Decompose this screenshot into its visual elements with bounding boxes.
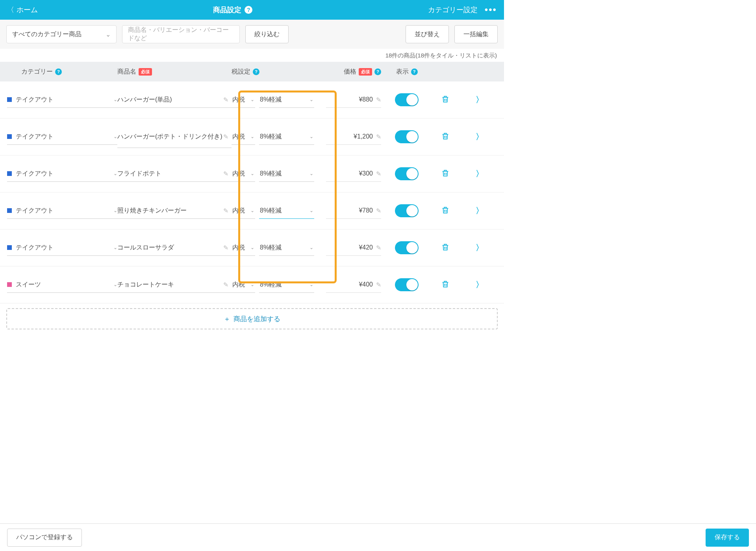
tax-rate-select[interactable]: 8%軽減⌄ (259, 92, 314, 108)
back-button[interactable]: 〈 ホーム (7, 5, 38, 15)
tax-type-select[interactable]: 内税⌄ (232, 203, 255, 219)
product-name-input[interactable]: ハンバーガー(単品)✎ (117, 92, 232, 108)
product-name-input[interactable]: チョコレートケーキ✎ (117, 277, 232, 293)
col-category: カテゴリー (21, 68, 53, 76)
product-name-input[interactable]: 照り焼きチキンバーガー✎ (117, 203, 232, 219)
tax-cell: 内税⌄8%軽減⌄ (232, 166, 326, 182)
chevron-down-icon: ⌄ (250, 245, 254, 250)
chevron-right-icon[interactable]: 〉 (476, 168, 484, 179)
chevron-down-icon: ⌄ (113, 97, 117, 102)
price-value: ¥400 (359, 281, 373, 288)
category-select[interactable]: スイーツ⌄ (7, 277, 117, 293)
chevron-down-icon: ⌄ (250, 208, 254, 213)
pencil-icon: ✎ (223, 207, 228, 214)
table-row: スイーツ⌄チョコレートケーキ✎内税⌄8%軽減⌄¥400✎〉 (0, 266, 504, 303)
chevron-down-icon: ⌄ (309, 134, 313, 139)
chevron-right-icon[interactable]: 〉 (476, 205, 484, 216)
display-toggle[interactable] (395, 130, 419, 143)
trash-icon[interactable] (441, 95, 450, 105)
category-select[interactable]: テイクアウト⌄ (7, 129, 117, 145)
sort-button[interactable]: 並び替え (406, 25, 449, 43)
chevron-down-icon: ⌄ (309, 208, 313, 213)
tax-type-select[interactable]: 内税⌄ (232, 129, 255, 145)
price-input[interactable]: ¥880✎ (326, 92, 381, 108)
back-label: ホーム (17, 5, 38, 15)
table-row: テイクアウト⌄コールスローサラダ✎内税⌄8%軽減⌄¥420✎〉 (0, 229, 504, 266)
chevron-down-icon: ⌄ (250, 134, 254, 139)
tax-type-select[interactable]: 内税⌄ (232, 277, 255, 293)
product-name-input[interactable]: ハンバーガー(ポテト・ドリンク付き)✎ (117, 126, 232, 148)
item-count: 18件の商品(18件をタイル・リストに表示) (0, 49, 504, 62)
chevron-down-icon: ⌄ (309, 282, 313, 287)
table-body: テイクアウト⌄ハンバーガー(単品)✎内税⌄8%軽減⌄¥880✎〉テイクアウト⌄ハ… (0, 81, 504, 303)
price-input[interactable]: ¥400✎ (326, 277, 381, 293)
display-toggle[interactable] (395, 241, 419, 254)
trash-icon[interactable] (441, 169, 450, 179)
price-input[interactable]: ¥300✎ (326, 166, 381, 182)
tax-type-select[interactable]: 内税⌄ (232, 166, 255, 182)
product-name-input[interactable]: フライドポテト✎ (117, 166, 232, 182)
category-label: テイクアウト (16, 133, 109, 141)
table-header: カテゴリー? 商品名必須 税設定? 価格必須? 表示? (0, 62, 504, 81)
search-input[interactable]: 商品名・バリエーション・バーコードなど (122, 25, 240, 43)
category-color-icon (7, 282, 12, 287)
help-icon[interactable]: ? (55, 68, 62, 75)
tax-rate-select[interactable]: 8%軽減⌄ (259, 129, 314, 145)
pencil-icon: ✎ (376, 207, 381, 214)
category-select[interactable]: テイクアウト⌄ (7, 92, 117, 108)
search-placeholder: 商品名・バリエーション・バーコードなど (128, 26, 234, 43)
price-value: ¥300 (359, 170, 373, 177)
tax-rate-select[interactable]: 8%軽減⌄ (259, 277, 314, 293)
display-toggle[interactable] (395, 167, 419, 180)
chevron-right-icon[interactable]: 〉 (476, 94, 484, 105)
chevron-down-icon: ⌄ (113, 282, 117, 287)
chevron-right-icon[interactable]: 〉 (476, 242, 484, 253)
tax-rate-select[interactable]: 8%軽減⌄ (259, 203, 314, 219)
tax-rate-select[interactable]: 8%軽減⌄ (259, 166, 314, 182)
trash-icon[interactable] (441, 280, 450, 290)
category-filter-select[interactable]: すべてのカテゴリー商品 ⌄ (6, 25, 117, 43)
trash-icon[interactable] (441, 132, 450, 142)
chevron-left-icon: 〈 (7, 5, 14, 15)
chevron-right-icon[interactable]: 〉 (476, 131, 484, 142)
category-color-icon (7, 171, 12, 176)
help-icon[interactable]: ? (245, 6, 252, 14)
tax-cell: 内税⌄8%軽減⌄ (232, 277, 326, 293)
add-product-button[interactable]: ＋ 商品を追加する (6, 308, 498, 329)
trash-icon[interactable] (441, 243, 450, 253)
price-input[interactable]: ¥780✎ (326, 203, 381, 219)
pencil-icon: ✎ (223, 170, 228, 178)
chevron-right-icon[interactable]: 〉 (476, 279, 484, 290)
chevron-down-icon: ⌄ (250, 97, 254, 102)
pencil-icon: ✎ (376, 170, 381, 178)
trash-icon[interactable] (441, 206, 450, 216)
tax-type-select[interactable]: 内税⌄ (232, 240, 255, 256)
category-select[interactable]: テイクアウト⌄ (7, 240, 117, 256)
display-toggle[interactable] (395, 204, 419, 217)
category-settings-link[interactable]: カテゴリー設定 (428, 5, 478, 15)
tax-rate-select[interactable]: 8%軽減⌄ (259, 240, 314, 256)
plus-icon: ＋ (224, 314, 230, 324)
display-toggle[interactable] (395, 278, 419, 291)
more-icon[interactable]: ••• (485, 4, 497, 15)
help-icon[interactable]: ? (411, 68, 418, 75)
filter-button[interactable]: 絞り込む (245, 25, 289, 43)
price-value: ¥880 (359, 96, 373, 103)
display-toggle[interactable] (395, 93, 419, 106)
category-color-icon (7, 134, 12, 139)
col-display: 表示 (396, 68, 409, 76)
bulk-edit-button[interactable]: 一括編集 (454, 25, 498, 43)
chevron-down-icon: ⌄ (309, 245, 313, 250)
table-row: テイクアウト⌄フライドポテト✎内税⌄8%軽減⌄¥300✎〉 (0, 155, 504, 192)
tax-type-select[interactable]: 内税⌄ (232, 92, 255, 108)
category-select[interactable]: テイクアウト⌄ (7, 166, 117, 182)
product-name-input[interactable]: コールスローサラダ✎ (117, 240, 232, 256)
price-input[interactable]: ¥1,200✎ (326, 129, 381, 145)
help-icon[interactable]: ? (374, 68, 381, 75)
category-select[interactable]: テイクアウト⌄ (7, 203, 117, 219)
tax-cell: 内税⌄8%軽減⌄ (232, 203, 326, 219)
chevron-down-icon: ⌄ (113, 245, 117, 250)
help-icon[interactable]: ? (253, 68, 259, 75)
page-title-text: 商品設定 (213, 5, 241, 15)
price-input[interactable]: ¥420✎ (326, 240, 381, 256)
